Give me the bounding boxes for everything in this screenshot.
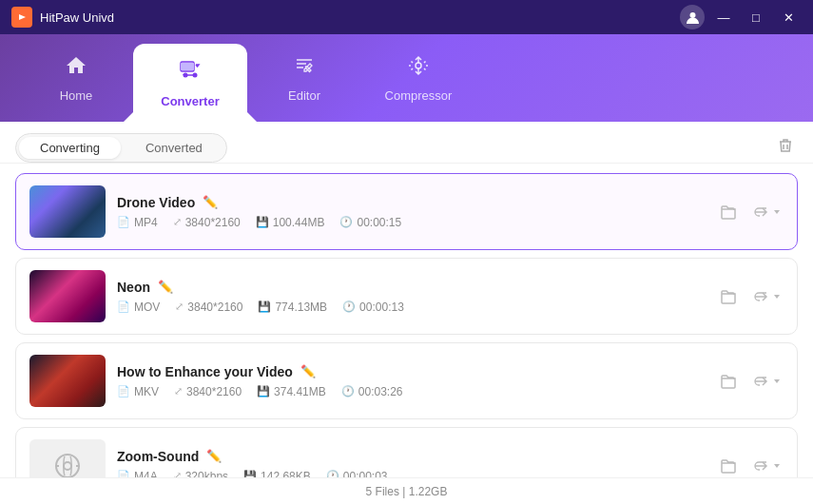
edit-icon-neon[interactable]: ✏️: [158, 280, 173, 294]
file-type-icon: 📄: [117, 470, 130, 477]
nav-editor[interactable]: Editor: [247, 34, 361, 122]
tabs-container: Converting Converted: [15, 133, 227, 163]
meta-size-neon: 💾 774.13MB: [258, 300, 327, 314]
svg-point-3: [193, 72, 198, 77]
size-icon: 💾: [258, 300, 271, 313]
meta-resolution-neon: ⤢ 3840*2160: [175, 300, 242, 314]
meta-duration-enhance: 🕐 00:03:26: [341, 385, 403, 398]
meta-resolution-enhance: ⤢ 3840*2160: [174, 385, 242, 398]
meta-duration-zoom-sound: 🕐 00:00:03: [326, 470, 388, 478]
app-title: HitPaw Univd: [40, 10, 114, 25]
meta-duration-drone: 🕐 00:00:15: [339, 216, 401, 229]
meta-duration-neon: 🕐 00:00:13: [342, 300, 404, 314]
file-name-row-zoom-sound: Zoom-Sound ✏️: [117, 449, 704, 464]
clock-icon: 🕐: [342, 300, 356, 313]
thumbnail-enhance: [29, 355, 106, 407]
thumbnail-zoom-sound: [29, 439, 106, 477]
convert-button-drone[interactable]: [749, 199, 784, 225]
file-type-icon: 📄: [117, 300, 130, 313]
size-icon: 💾: [243, 470, 257, 477]
edit-icon-enhance[interactable]: ✏️: [300, 364, 316, 378]
close-button[interactable]: ✕: [775, 7, 802, 28]
open-folder-button-neon[interactable]: [715, 283, 742, 310]
nav-home-label: Home: [60, 88, 93, 103]
open-folder-button-drone[interactable]: [715, 199, 742, 225]
resolution-icon: ⤢: [174, 385, 183, 397]
minimize-button[interactable]: —: [710, 7, 737, 28]
converter-icon: [178, 58, 203, 88]
edit-icon-drone[interactable]: ✏️: [203, 195, 218, 209]
convert-button-zoom-sound[interactable]: [749, 453, 784, 478]
thumbnail-neon: [29, 270, 106, 322]
file-info-enhance: How to Enhance your Video ✏️ 📄 MKV ⤢ 384…: [117, 364, 704, 398]
meta-format-zoom-sound: 📄 M4A: [117, 470, 158, 478]
meta-size-enhance: 💾 374.41MB: [257, 385, 326, 398]
file-name-row-enhance: How to Enhance your Video ✏️: [117, 364, 704, 379]
file-meta-neon: 📄 MOV ⤢ 3840*2160 💾 774.13MB 🕐 00:00:13: [117, 300, 704, 314]
file-info-drone: Drone Video ✏️ 📄 MP4 ⤢ 3840*2160 💾 100.4…: [117, 195, 704, 229]
meta-format-neon: 📄 MOV: [117, 300, 160, 314]
nav-bar: Home Converter Editor: [0, 34, 813, 122]
nav-editor-label: Editor: [288, 88, 320, 103]
file-actions-enhance: [715, 368, 784, 395]
meta-bitrate-zoom-sound: ⤢ 320kbps: [173, 470, 228, 478]
file-type-icon: 📄: [117, 385, 130, 397]
convert-button-neon[interactable]: [749, 283, 784, 310]
nav-home[interactable]: Home: [19, 34, 133, 122]
size-icon: 💾: [256, 216, 269, 228]
file-type-icon: 📄: [117, 216, 130, 228]
title-bar-left: HitPaw Univd: [11, 7, 114, 28]
app-logo: [11, 7, 32, 28]
title-bar: HitPaw Univd — □ ✕: [0, 0, 813, 34]
maximize-button[interactable]: □: [743, 7, 769, 28]
convert-button-enhance[interactable]: [749, 368, 784, 395]
thumbnail-drone: [29, 185, 106, 238]
content-area: Converting Converted Drone Video ✏️ 📄: [0, 122, 813, 504]
svg-point-7: [56, 455, 79, 477]
meta-format-drone: 📄 MP4: [117, 216, 158, 229]
svg-point-1: [689, 12, 695, 18]
meta-format-enhance: 📄 MKV: [117, 385, 159, 398]
meta-size-drone: 💾 100.44MB: [256, 216, 325, 229]
file-info-zoom-sound: Zoom-Sound ✏️ 📄 M4A ⤢ 320kbps 💾 142.68KB: [117, 449, 704, 478]
svg-rect-5: [181, 63, 194, 70]
user-account-button[interactable]: [680, 5, 705, 29]
open-folder-button-enhance[interactable]: [715, 368, 742, 395]
nav-compressor-label: Compressor: [385, 88, 453, 103]
file-meta-enhance: 📄 MKV ⤢ 3840*2160 💾 374.41MB 🕐 00:03:26: [117, 385, 704, 398]
title-bar-controls: — □ ✕: [680, 5, 802, 29]
open-folder-button-zoom-sound[interactable]: [715, 453, 742, 478]
file-name-enhance: How to Enhance your Video: [117, 364, 293, 379]
delete-all-button[interactable]: [773, 133, 798, 163]
clock-icon: 🕐: [341, 385, 355, 397]
file-meta-zoom-sound: 📄 M4A ⤢ 320kbps 💾 142.68KB 🕐 00:00:03: [117, 470, 704, 478]
file-list: Drone Video ✏️ 📄 MP4 ⤢ 3840*2160 💾 100.4…: [0, 164, 813, 477]
status-text: 5 Files | 1.22GB: [366, 485, 448, 498]
file-item-zoom-sound[interactable]: Zoom-Sound ✏️ 📄 M4A ⤢ 320kbps 💾 142.68KB: [15, 427, 798, 477]
nav-converter[interactable]: Converter: [133, 44, 247, 122]
file-name-row-neon: Neon ✏️: [117, 280, 704, 295]
file-info-neon: Neon ✏️ 📄 MOV ⤢ 3840*2160 💾 774.13MB: [117, 280, 704, 314]
file-actions-drone: [715, 199, 784, 225]
home-icon: [65, 54, 87, 83]
file-meta-drone: 📄 MP4 ⤢ 3840*2160 💾 100.44MB 🕐 00:00:15: [117, 216, 704, 229]
svg-point-6: [416, 63, 421, 68]
file-item-neon[interactable]: Neon ✏️ 📄 MOV ⤢ 3840*2160 💾 774.13MB: [15, 258, 798, 335]
file-item-drone[interactable]: Drone Video ✏️ 📄 MP4 ⤢ 3840*2160 💾 100.4…: [15, 173, 798, 250]
nav-converter-label: Converter: [161, 94, 219, 108]
tab-converted[interactable]: Converted: [125, 137, 223, 159]
file-item-enhance[interactable]: How to Enhance your Video ✏️ 📄 MKV ⤢ 384…: [15, 342, 798, 419]
svg-point-8: [64, 462, 71, 470]
status-bar: 5 Files | 1.22GB: [0, 477, 813, 504]
nav-compressor[interactable]: Compressor: [361, 34, 475, 122]
compressor-icon: [407, 54, 430, 83]
tab-converting[interactable]: Converting: [19, 137, 121, 159]
resolution-icon: ⤢: [175, 300, 184, 313]
clock-icon: 🕐: [326, 470, 339, 477]
meta-resolution-drone: ⤢ 3840*2160: [173, 216, 241, 229]
edit-icon-zoom-sound[interactable]: ✏️: [206, 449, 222, 463]
file-name-drone: Drone Video: [117, 195, 195, 210]
meta-size-zoom-sound: 💾 142.68KB: [243, 470, 311, 478]
file-actions-neon: [715, 283, 784, 310]
file-name-zoom-sound: Zoom-Sound: [117, 449, 199, 464]
